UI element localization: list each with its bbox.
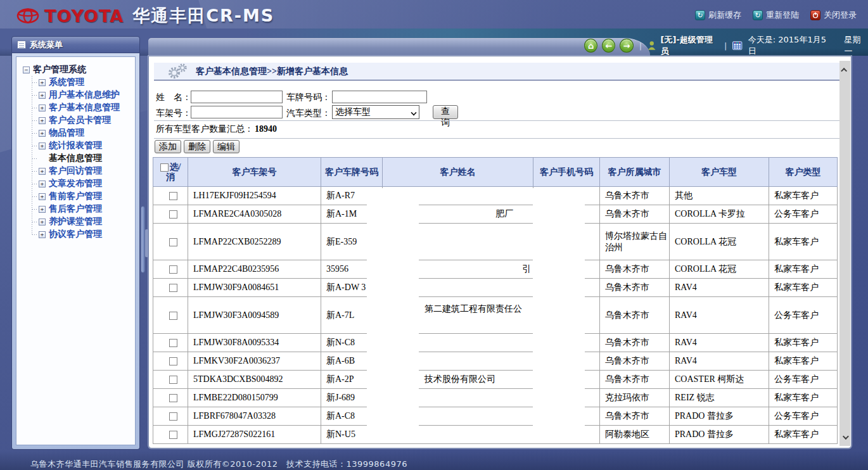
sidebar-item-5[interactable]: +统计报表管理 — [29, 139, 132, 152]
sidebar-item-8[interactable]: +文章发布管理 — [29, 177, 132, 190]
row-checkbox[interactable] — [169, 431, 177, 439]
row-select-cell — [153, 371, 188, 389]
weekday: 星期一 — [845, 34, 868, 57]
type-cell: 私家车客户 — [769, 426, 838, 444]
row-checkbox[interactable] — [169, 192, 177, 200]
vin-cell: 5TDKA3DCXBS004892 — [188, 371, 321, 389]
logout-button[interactable]: 关闭登录 — [810, 10, 857, 21]
content-scrollbar[interactable] — [839, 61, 850, 446]
row-checkbox[interactable] — [169, 394, 177, 402]
relogin-button[interactable]: ↻ 重新登陆 — [753, 10, 799, 21]
add-button[interactable]: 添加 — [155, 140, 181, 153]
sidebar-item-12[interactable]: +协议客户管理 — [29, 228, 132, 241]
sidebar-item-3[interactable]: +客户会员卡管理 — [29, 114, 132, 127]
car-type-select[interactable]: 选择车型 — [332, 105, 419, 119]
sidebar-item-2[interactable]: +客户基本信息管理 — [29, 101, 132, 114]
relogin-icon: ↻ — [753, 10, 763, 20]
table-row: LFMGJ27287S022161新N-U5阿勒泰地区PRADO 普拉多私家车客… — [153, 426, 838, 444]
expand-icon[interactable]: + — [39, 206, 46, 213]
expand-icon[interactable]: + — [39, 79, 46, 86]
query-button[interactable]: 查询 — [433, 105, 458, 119]
vin-cell: LFMJW30F8A0095334 — [188, 334, 321, 352]
expand-icon[interactable]: + — [39, 130, 46, 137]
sidebar-item-label: 文章发布管理 — [49, 178, 102, 189]
vin-cell: LFMJW30F3A0094589 — [188, 297, 321, 334]
expand-icon[interactable]: + — [39, 168, 46, 175]
separator: | — [639, 41, 642, 51]
scroll-down-button[interactable] — [839, 429, 850, 445]
expand-icon[interactable]: + — [39, 92, 46, 99]
delete-button[interactable]: 删除 — [184, 140, 210, 153]
city-cell: 乌鲁木齐市 — [600, 279, 670, 297]
type-cell: 公务车客户 — [769, 205, 838, 224]
row-checkbox[interactable] — [169, 284, 177, 292]
sidebar-item-4[interactable]: +物品管理 — [29, 127, 132, 139]
forward-button[interactable]: → — [620, 39, 633, 53]
city-cell: 阿勒泰地区 — [600, 426, 670, 444]
expand-icon[interactable]: + — [39, 181, 46, 187]
sidebar-body: − 客户管理系统 +系统管理+用户基本信息维护+客户基本信息管理+客户会员卡管理… — [11, 53, 140, 450]
expand-icon[interactable]: + — [39, 193, 46, 200]
row-select-cell — [153, 279, 188, 297]
expand-icon[interactable]: + — [39, 105, 46, 111]
row-checkbox[interactable] — [169, 312, 177, 320]
row-checkbox[interactable] — [169, 238, 177, 246]
vin-cell: LFMARE2C4A0305028 — [188, 205, 321, 224]
sidebar-item-11[interactable]: +养护课堂管理 — [29, 215, 132, 228]
footer-copyright: 乌鲁木齐华通丰田汽车销售服务有限公司 版权所有©2010-2012 技术支持电话… — [30, 459, 407, 470]
row-checkbox[interactable] — [169, 210, 177, 219]
back-button[interactable]: ← — [602, 39, 615, 53]
plate-input[interactable] — [332, 91, 427, 103]
expand-icon[interactable]: + — [39, 143, 46, 149]
sidebar-item-label: 统计报表管理 — [49, 140, 102, 151]
expand-icon[interactable]: + — [39, 219, 46, 225]
calendar-icon — [732, 41, 742, 50]
sidebar-item-0[interactable]: +系统管理 — [29, 76, 132, 89]
user-icon — [648, 41, 656, 51]
column-header: 客户姓名 — [383, 158, 533, 187]
column-header: 客户车型 — [670, 158, 769, 187]
vin-cell: LFMJW30F9A0084651 — [188, 279, 321, 297]
row-checkbox[interactable] — [169, 265, 177, 274]
name-input[interactable] — [191, 91, 283, 103]
forward-arrow-icon: → — [623, 42, 630, 50]
menu-root-customer-system[interactable]: − 客户管理系统 — [23, 63, 132, 76]
row-checkbox[interactable] — [169, 357, 177, 365]
sidebar-item-7[interactable]: +客户回访管理 — [29, 165, 132, 177]
panel-splitter-handle[interactable] — [145, 229, 148, 257]
sidebar-item-1[interactable]: +用户基本信息维护 — [29, 89, 132, 101]
current-user: [无]-超级管理员 — [661, 34, 719, 57]
sidebar-scrollbar-thumb[interactable] — [141, 206, 145, 273]
row-checkbox[interactable] — [169, 339, 177, 347]
chevron-down-icon — [411, 110, 416, 115]
model-cell: 其他 — [670, 187, 769, 205]
city-cell: 乌鲁木齐市 — [600, 205, 670, 224]
app-title: 华通丰田CR-MS — [132, 4, 274, 27]
chevron-up-icon — [841, 67, 847, 73]
sidebar-item-label: 基本信息管理 — [49, 153, 102, 164]
refresh-cache-button[interactable]: ↻ 刷新缓存 — [695, 10, 741, 21]
sidebar-item-9[interactable]: +售前客户管理 — [29, 190, 132, 203]
relogin-label: 重新登陆 — [766, 10, 799, 21]
sidebar-item-10[interactable]: +售后客户管理 — [29, 203, 132, 215]
edit-button[interactable]: 编辑 — [213, 140, 239, 153]
table-row: LFBRF678047A03328新A-C8.乌鲁木齐市PRADO 普拉多公务车… — [153, 407, 838, 426]
row-checkbox[interactable] — [169, 376, 177, 384]
home-button[interactable]: ⌂ — [584, 39, 597, 53]
select-all-checkbox[interactable] — [160, 163, 169, 172]
sidebar-item-label: 系统管理 — [49, 77, 84, 88]
collapse-icon[interactable]: − — [23, 67, 30, 73]
row-checkbox[interactable] — [169, 412, 177, 421]
city-cell: 乌鲁木齐市 — [600, 371, 670, 389]
table-row: LFMAP22CXB0252289新E-359.博尔塔拉蒙古自治州COROLLA… — [153, 224, 838, 260]
sidebar-item-6[interactable]: 基本信息管理 — [29, 152, 132, 165]
sidebar-item-label: 物品管理 — [49, 127, 84, 139]
scroll-up-button[interactable] — [839, 62, 850, 77]
column-header: 客户手机号码 — [533, 158, 600, 187]
content-tab[interactable] — [148, 38, 650, 56]
vin-cell: LFMKV30F2A0036237 — [188, 352, 321, 371]
vin-input[interactable] — [191, 106, 283, 118]
expand-icon[interactable]: + — [39, 117, 46, 124]
expand-icon[interactable]: + — [39, 231, 46, 238]
refresh-icon: ↻ — [695, 10, 705, 20]
